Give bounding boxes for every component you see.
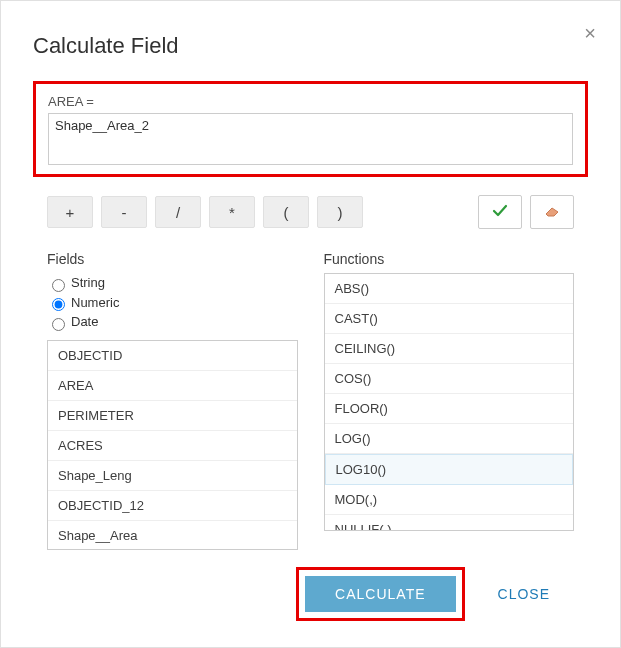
operator-lparen-button[interactable]: ( bbox=[263, 196, 309, 228]
check-icon bbox=[492, 203, 508, 222]
list-item[interactable]: ACRES bbox=[48, 431, 297, 461]
dialog-window: × Calculate Field AREA = + - / * ( ) bbox=[0, 0, 621, 648]
expression-section: AREA = bbox=[33, 81, 588, 177]
radio-label: String bbox=[71, 275, 105, 290]
list-item[interactable]: MOD(,) bbox=[325, 485, 574, 515]
functions-listbox[interactable]: ABS()CAST()CEILING()COS()FLOOR()LOG()LOG… bbox=[324, 273, 575, 531]
radio-label: Numeric bbox=[71, 295, 119, 310]
list-item[interactable]: CAST() bbox=[325, 304, 574, 334]
calculate-button[interactable]: CALCULATE bbox=[305, 576, 455, 612]
operator-divide-button[interactable]: / bbox=[155, 196, 201, 228]
calculate-field-dialog: × Calculate Field AREA = + - / * ( ) bbox=[11, 11, 610, 637]
list-item[interactable]: LOG10() bbox=[325, 454, 574, 485]
list-item[interactable]: Shape__Area bbox=[48, 521, 297, 550]
list-item[interactable]: OBJECTID bbox=[48, 341, 297, 371]
eraser-icon bbox=[543, 203, 561, 222]
list-item[interactable]: Shape_Leng bbox=[48, 461, 297, 491]
functions-heading: Functions bbox=[324, 251, 575, 267]
operator-plus-button[interactable]: + bbox=[47, 196, 93, 228]
radio-label: Date bbox=[71, 314, 98, 329]
field-type-string[interactable]: String bbox=[47, 273, 298, 293]
operator-row: + - / * ( ) bbox=[33, 195, 588, 229]
close-icon[interactable]: × bbox=[584, 23, 596, 43]
field-type-radios: String Numeric Date bbox=[47, 273, 298, 332]
list-item[interactable]: ABS() bbox=[325, 274, 574, 304]
list-item[interactable]: COS() bbox=[325, 364, 574, 394]
target-field-label: AREA = bbox=[48, 94, 573, 109]
fields-listbox[interactable]: OBJECTIDAREAPERIMETERACRESShape_LengOBJE… bbox=[47, 340, 298, 550]
operator-minus-button[interactable]: - bbox=[101, 196, 147, 228]
field-type-date[interactable]: Date bbox=[47, 312, 298, 332]
expression-input[interactable] bbox=[48, 113, 573, 165]
dialog-title: Calculate Field bbox=[33, 33, 588, 59]
list-item[interactable]: CEILING() bbox=[325, 334, 574, 364]
columns: Fields String Numeric Date OBJECTIDAREAP… bbox=[33, 251, 588, 550]
list-item[interactable]: FLOOR() bbox=[325, 394, 574, 424]
operator-multiply-button[interactable]: * bbox=[209, 196, 255, 228]
field-type-numeric[interactable]: Numeric bbox=[47, 293, 298, 313]
list-item[interactable]: NULLIF(,) bbox=[325, 515, 574, 531]
clear-button[interactable] bbox=[530, 195, 574, 229]
list-item[interactable]: OBJECTID_12 bbox=[48, 491, 297, 521]
dialog-footer: CALCULATE CLOSE bbox=[33, 576, 588, 612]
list-item[interactable]: AREA bbox=[48, 371, 297, 401]
fields-heading: Fields bbox=[47, 251, 298, 267]
list-item[interactable]: PERIMETER bbox=[48, 401, 297, 431]
functions-column: Functions ABS()CAST()CEILING()COS()FLOOR… bbox=[324, 251, 575, 550]
fields-column: Fields String Numeric Date OBJECTIDAREAP… bbox=[47, 251, 298, 550]
close-button[interactable]: CLOSE bbox=[492, 585, 556, 603]
validate-button[interactable] bbox=[478, 195, 522, 229]
list-item[interactable]: LOG() bbox=[325, 424, 574, 454]
operator-rparen-button[interactable]: ) bbox=[317, 196, 363, 228]
